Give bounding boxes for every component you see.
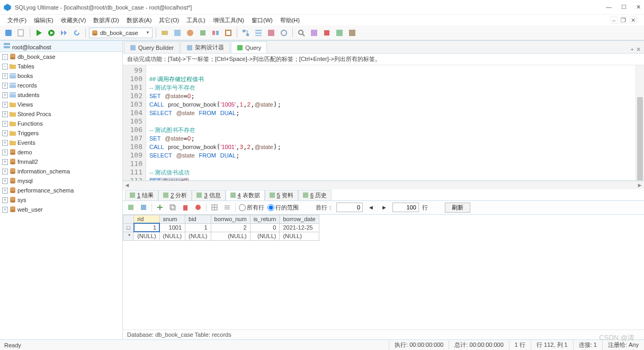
stop-icon[interactable]	[321, 28, 332, 38]
menu-item[interactable]: 工具(L)	[183, 16, 208, 24]
next-page-icon[interactable]: ►	[379, 204, 389, 211]
result-tab[interactable]: 6 历史	[298, 190, 332, 200]
cell[interactable]: (NULL)	[280, 232, 319, 240]
delete-row-icon[interactable]	[181, 203, 190, 212]
schema-4-icon[interactable]	[279, 28, 289, 38]
sql-editor[interactable]: 99 100 101 102 103 104 105 106 107 108 1…	[123, 65, 644, 181]
tree-toggle[interactable]: +	[2, 111, 8, 117]
cell[interactable]: 1001	[159, 223, 185, 232]
column-header[interactable]: rid	[134, 215, 159, 223]
find-icon[interactable]	[296, 28, 307, 38]
cell[interactable]: (NULL)	[134, 232, 159, 240]
result-tab[interactable]: 1 结果	[125, 190, 158, 200]
vertical-scrollbar[interactable]	[636, 65, 644, 180]
result-tab[interactable]: 2 分析	[158, 190, 192, 200]
new-conn-icon[interactable]	[3, 28, 14, 38]
close-button[interactable]: ✕	[636, 4, 641, 11]
menu-item[interactable]: 其它(O)	[156, 16, 182, 24]
cell[interactable]: 0	[250, 223, 280, 232]
column-header[interactable]: is_return	[250, 215, 280, 223]
schema-1-icon[interactable]	[240, 28, 251, 38]
tree-toggle[interactable]: -	[2, 54, 8, 60]
row-header[interactable]: □	[123, 223, 134, 232]
editor-tab[interactable]: 架构设计器	[181, 41, 230, 53]
export-icon[interactable]	[126, 203, 136, 212]
misc-2-icon[interactable]	[347, 28, 357, 38]
refresh-button[interactable]: 刷新	[445, 203, 470, 213]
tree-item[interactable]: -db_book_case	[0, 52, 122, 62]
cell[interactable]: (NULL)	[211, 232, 250, 240]
tree-item[interactable]: +mysql	[0, 176, 122, 186]
tree-item[interactable]: +fmmall2	[0, 157, 122, 167]
tree-toggle[interactable]: +	[2, 207, 8, 213]
cell[interactable]: 2021-12-25	[280, 223, 319, 232]
editor-tab[interactable]: Query	[231, 41, 267, 53]
cell[interactable]: 1	[185, 223, 211, 232]
text-view-icon[interactable]	[222, 203, 232, 212]
row-header[interactable]: *	[123, 232, 134, 240]
first-row-input[interactable]	[336, 203, 363, 212]
cell[interactable]: (NULL)	[250, 232, 280, 240]
close-tab-icon[interactable]: ✕	[636, 46, 641, 53]
tools-4-icon[interactable]	[198, 28, 208, 38]
menu-item[interactable]: 窗口(W)	[248, 16, 276, 24]
menu-item[interactable]: 编辑(E)	[31, 16, 57, 24]
tree-item[interactable]: +Views	[0, 100, 122, 109]
new-query-icon[interactable]	[16, 28, 26, 38]
tools-3-icon[interactable]	[185, 28, 195, 38]
tree-item[interactable]: +Stored Procs	[0, 109, 122, 119]
tree-toggle[interactable]: +	[2, 130, 8, 136]
tree-toggle[interactable]: +	[2, 197, 8, 203]
add-row-icon[interactable]	[155, 203, 165, 212]
row-count-input[interactable]	[392, 203, 419, 212]
tree-item[interactable]: +sys	[0, 195, 122, 205]
tree-toggle[interactable]: +	[2, 188, 8, 194]
tools-2-icon[interactable]	[172, 28, 183, 38]
tree-item[interactable]: +books	[0, 71, 122, 81]
tree-toggle[interactable]: +	[2, 102, 8, 108]
column-header[interactable]: snum	[159, 215, 185, 223]
tree-item[interactable]: +records	[0, 81, 122, 90]
tree-toggle[interactable]: +	[2, 178, 8, 184]
tools-1-icon[interactable]	[159, 28, 170, 38]
misc-1-icon[interactable]	[334, 28, 345, 38]
editor-tab[interactable]: Query Builder	[124, 41, 180, 53]
range-rows-radio[interactable]: 行的范围	[267, 204, 299, 212]
cell[interactable]: 1	[134, 223, 159, 232]
tree-item[interactable]: +Triggers	[0, 128, 122, 138]
execute-all-icon[interactable]	[59, 28, 69, 38]
tree-toggle[interactable]: +	[2, 159, 8, 165]
schema-2-icon[interactable]	[253, 28, 264, 38]
tree-toggle[interactable]: +	[2, 169, 8, 174]
tree-toggle[interactable]: +	[2, 92, 8, 98]
tree-item[interactable]: +performance_schema	[0, 186, 122, 195]
menu-item[interactable]: 增强工具(N)	[210, 16, 247, 24]
tree-toggle[interactable]: +	[2, 150, 8, 155]
column-header[interactable]: bid	[185, 215, 211, 223]
tree-toggle[interactable]: +	[2, 121, 8, 127]
all-rows-radio[interactable]: 所有行	[239, 204, 264, 212]
maximize-button[interactable]: ☐	[621, 4, 627, 11]
schema-3-icon[interactable]	[266, 28, 276, 38]
tree-item[interactable]: +information_schema	[0, 167, 122, 176]
format-icon[interactable]	[309, 28, 319, 38]
mdi-close-button[interactable]: ✕	[629, 16, 637, 24]
prev-page-icon[interactable]: ◄	[366, 204, 376, 211]
menu-item[interactable]: 数据表(A)	[123, 16, 155, 24]
horizontal-scrollbar[interactable]: ◄►	[123, 181, 644, 189]
menu-item[interactable]: 数据库(D)	[90, 16, 122, 24]
code-area[interactable]: ## 调用存储过程借书 -- 测试学号不存在 SET @state=0; CAL…	[146, 65, 644, 180]
refresh-icon[interactable]	[71, 28, 82, 38]
column-header[interactable]: borrwo_num	[211, 215, 250, 223]
menu-item[interactable]: 收藏夹(V)	[58, 16, 90, 24]
tools-5-icon[interactable]	[210, 28, 221, 38]
connection-tab[interactable]: root@localhost	[0, 41, 122, 52]
save-icon[interactable]	[139, 203, 148, 212]
column-header[interactable]: borrow_date	[280, 215, 319, 223]
execute-icon[interactable]	[33, 28, 44, 38]
execute-current-icon[interactable]	[46, 28, 57, 38]
database-selector[interactable]: db_book_case ▼	[89, 28, 153, 38]
result-tab[interactable]: 4 表数据	[226, 190, 265, 200]
grid-view-icon[interactable]	[210, 203, 219, 212]
tree-item[interactable]: +demo	[0, 147, 122, 157]
